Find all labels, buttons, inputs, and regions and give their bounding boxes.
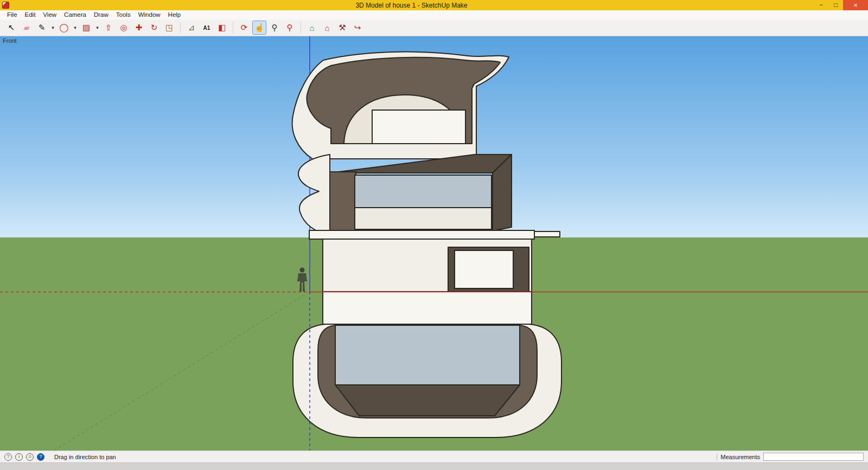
help-icon[interactable]: ? (37, 453, 44, 461)
ground-floor-window (455, 250, 513, 288)
zoom-extents-tool[interactable]: ⚲ (283, 21, 297, 35)
shapes-dropdown[interactable]: ▾ (94, 21, 100, 35)
send-to-layout-tool[interactable]: ↪ (350, 21, 365, 35)
eraser-tool[interactable]: ▰ (20, 21, 34, 35)
scale-tool[interactable]: ◳ (162, 21, 176, 35)
floor-slab (309, 230, 534, 239)
scale-figure-head (300, 268, 305, 273)
tape-measure-tool[interactable]: ⊿ (184, 21, 199, 35)
rotate-tool[interactable]: ↻ (147, 21, 161, 35)
toolbar-separator (233, 22, 233, 34)
basement-glass (335, 325, 520, 385)
menu-camera[interactable]: Camera (60, 10, 90, 20)
viewport-canvas[interactable]: Front (0, 36, 868, 450)
statusbar: ?i☺? Drag in direction to pan Measuremen… (0, 450, 868, 462)
menubar: FileEditViewCameraDrawToolsWindowHelp (0, 10, 868, 20)
window-bottom-strip (0, 462, 868, 470)
circle-tool[interactable]: ◯ (57, 21, 71, 35)
window-title: 3D Model of house 1 - SketchUp Make (9, 2, 814, 9)
view-label: Front (3, 37, 17, 44)
maximize-button[interactable]: □ (828, 0, 843, 10)
select-tool[interactable]: ↖ (4, 21, 18, 35)
minimize-button[interactable]: − (814, 0, 828, 10)
upper-left-wall (330, 172, 356, 231)
get-models-tool[interactable]: ⌂ (305, 21, 319, 35)
menu-view[interactable]: View (39, 10, 60, 20)
pan-tool[interactable]: ☝ (252, 21, 266, 35)
push-pull-tool[interactable]: ⇧ (101, 21, 116, 35)
toolbar: ↖▰✎▾◯▾▨▾⇧◎✚↻◳⊿A1◧⟳☝⚲⚲⌂⌂⚒↪ (0, 20, 868, 36)
orbit-tool[interactable]: ⟳ (237, 21, 251, 35)
floor-slab-ledge (534, 231, 560, 237)
offset-tool[interactable]: ◎ (117, 21, 131, 35)
menu-tools[interactable]: Tools (112, 10, 135, 20)
menu-file[interactable]: File (3, 10, 21, 20)
extension-warehouse-tool[interactable]: ⚒ (335, 21, 349, 35)
zoom-tool[interactable]: ⚲ (267, 21, 282, 35)
statusbar-icons: ?i☺? (4, 453, 44, 461)
toolbar-separator (180, 22, 181, 34)
text-tool[interactable]: A1 (200, 21, 214, 35)
measurements-input[interactable] (763, 453, 864, 461)
menu-window[interactable]: Window (135, 10, 164, 20)
geolocate-icon[interactable]: ? (4, 453, 12, 461)
line-dropdown[interactable]: ▾ (50, 21, 56, 35)
basement-floor (335, 385, 520, 416)
move-tool[interactable]: ✚ (132, 21, 146, 35)
sign-in-icon[interactable]: ☺ (26, 453, 34, 461)
upper-window-glass (355, 175, 492, 208)
sketchup-window: 3D Model of house 1 - SketchUp Make − □ … (0, 0, 868, 470)
line-tool[interactable]: ✎ (35, 21, 49, 35)
titlebar[interactable]: 3D Model of house 1 - SketchUp Make − □ … (0, 0, 868, 10)
menu-help[interactable]: Help (164, 10, 185, 20)
window-controls: − □ × (814, 0, 868, 10)
rectangle-tool[interactable]: ▨ (79, 21, 93, 35)
close-button[interactable]: × (843, 0, 868, 10)
arc-dropdown[interactable]: ▾ (72, 21, 78, 35)
share-model-tool[interactable]: ⌂ (320, 21, 334, 35)
credits-icon[interactable]: i (15, 453, 23, 461)
paint-bucket-tool[interactable]: ◧ (215, 21, 229, 35)
roof-back-wall (372, 110, 465, 144)
menu-edit[interactable]: Edit (21, 10, 40, 20)
statusbar-divider (717, 454, 717, 460)
ground-floor-lower-wall (323, 292, 532, 324)
toolbar-separator (301, 22, 301, 34)
upper-wall-band (355, 208, 492, 229)
menu-draw[interactable]: Draw (90, 10, 112, 20)
measurements-label: Measurements (720, 454, 760, 460)
status-text: Drag in direction to pan (54, 454, 116, 460)
sketchup-logo-icon (2, 2, 9, 9)
model-scene[interactable] (0, 36, 868, 450)
